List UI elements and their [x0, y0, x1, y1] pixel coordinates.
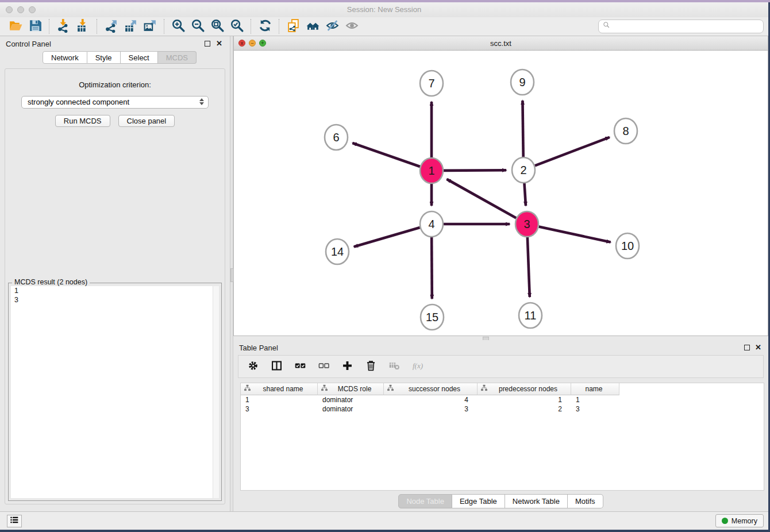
horizontal-splitter[interactable] [233, 336, 768, 340]
create-column-button[interactable] [341, 360, 353, 373]
table-toolbar: f(x) [238, 355, 764, 378]
mcds-result-line: 3 [11, 295, 219, 304]
table-row[interactable]: 3dominator323 [241, 404, 764, 414]
tab-edge-table[interactable]: Edge Table [452, 494, 505, 508]
select-all-rows-icon [294, 360, 306, 374]
graph-edge-3-11[interactable] [528, 237, 530, 297]
tab-style[interactable]: Style [87, 51, 121, 64]
first-neighbors-button[interactable] [303, 18, 322, 34]
maximize-window-icon[interactable] [29, 6, 36, 13]
graph-node-15[interactable]: 15 [421, 304, 444, 330]
tab-node-table[interactable]: Node Table [398, 494, 452, 508]
mcds-result-line: 1 [11, 286, 219, 295]
graph-node-10[interactable]: 10 [616, 233, 639, 259]
zoom-fit-button[interactable] [207, 18, 227, 34]
close-panel-icon[interactable]: ✕ [216, 39, 222, 48]
graph-edge-3-10[interactable] [539, 226, 611, 242]
graph-node-7[interactable]: 7 [420, 71, 443, 96]
table-cell[interactable]: 1 [571, 395, 619, 404]
close-window-icon[interactable] [6, 6, 13, 13]
new-network-from-selection-button[interactable] [283, 18, 303, 34]
graph-edge-2-9[interactable] [522, 101, 523, 157]
float-table-panel-icon[interactable] [744, 345, 750, 350]
show-columns-button[interactable] [270, 360, 283, 373]
table-cell[interactable]: 3 [571, 404, 619, 414]
graph-node-6[interactable]: 6 [325, 125, 348, 150]
table-cell[interactable]: 4 [384, 395, 478, 404]
zoom-selected-button[interactable] [227, 18, 247, 34]
close-table-panel-icon[interactable]: ✕ [755, 343, 761, 352]
zoom-view-icon[interactable]: + [259, 40, 266, 47]
apply-layout-button[interactable] [255, 18, 275, 34]
open-session-button[interactable] [6, 18, 25, 34]
table-options-button[interactable] [247, 360, 259, 373]
tab-network[interactable]: Network [43, 51, 87, 64]
graph-node-4[interactable]: 4 [420, 211, 443, 237]
network-graph[interactable]: 7968124314101511 [234, 51, 768, 336]
column-header-successor-nodes[interactable]: successor nodes [384, 383, 478, 395]
import-table-button[interactable] [73, 18, 93, 34]
close-view-icon[interactable]: x [238, 40, 245, 47]
tab-network-table[interactable]: Network Table [505, 494, 568, 508]
graph-edge-2-3[interactable] [524, 183, 525, 206]
minimize-view-icon[interactable]: – [249, 40, 256, 47]
table-cell[interactable]: 2 [478, 404, 571, 414]
graph-edge-1-2[interactable] [444, 170, 506, 171]
tab-select[interactable]: Select [121, 51, 158, 64]
float-panel-icon[interactable] [205, 41, 210, 47]
column-header-predecessor-nodes[interactable]: predecessor nodes [478, 383, 571, 395]
memory-button[interactable]: Memory [715, 514, 764, 527]
select-all-rows-button[interactable] [294, 360, 306, 373]
save-session-button[interactable] [25, 18, 45, 34]
zoom-in-button[interactable] [168, 18, 188, 34]
tab-motifs[interactable]: Motifs [568, 494, 603, 508]
export-table-button[interactable] [121, 18, 140, 34]
graph-node-2[interactable]: 2 [512, 157, 535, 183]
result-scrollbar[interactable] [213, 286, 219, 498]
table-cell[interactable]: dominator [318, 395, 384, 404]
zoom-out-button[interactable] [188, 18, 207, 34]
graph-edge-1-6[interactable] [353, 143, 420, 167]
graph-node-9[interactable]: 9 [511, 70, 534, 95]
column-header-name[interactable]: name [571, 383, 619, 395]
export-network-button[interactable] [101, 18, 121, 34]
graph-edge-4-14[interactable] [354, 228, 420, 247]
graph-edge-4-15[interactable] [432, 237, 432, 299]
close-panel-button[interactable]: Close panel [118, 115, 175, 127]
optimization-criterion-select[interactable]: strongly connected component [21, 96, 209, 109]
table-cell[interactable]: dominator [318, 404, 384, 414]
zoom-out-icon [191, 18, 205, 35]
table-cell[interactable]: 1 [478, 395, 571, 404]
graph-node-11[interactable]: 11 [519, 303, 542, 328]
mcds-result-textarea[interactable]: 13 [11, 286, 219, 498]
tab-mcds[interactable]: MCDS [158, 51, 197, 64]
delete-columns-button[interactable] [364, 360, 377, 373]
show-columns-icon [271, 360, 283, 374]
search-box[interactable] [598, 20, 764, 33]
minimize-window-icon[interactable] [17, 6, 24, 13]
task-history-button[interactable] [7, 515, 22, 527]
graph-edge-3-1[interactable] [447, 179, 517, 218]
hide-selected-icon [325, 18, 340, 35]
graph-node-14[interactable]: 14 [326, 239, 349, 264]
memory-status-icon [722, 518, 728, 524]
delete-table-button [388, 360, 401, 373]
table-cell[interactable]: 3 [241, 404, 318, 414]
search-input[interactable] [611, 21, 763, 32]
run-mcds-button[interactable]: Run MCDS [55, 115, 110, 127]
table-cell[interactable]: 1 [241, 395, 318, 404]
deselect-all-rows-button[interactable] [317, 360, 330, 373]
export-image-button[interactable] [140, 18, 160, 34]
graph-node-8[interactable]: 8 [614, 118, 637, 144]
import-network-button[interactable] [53, 18, 73, 34]
column-header-shared-name[interactable]: shared name [241, 383, 318, 395]
table-row[interactable]: 1dominator411 [241, 395, 764, 404]
table-panel-title: Table Panel [233, 340, 768, 352]
network-canvas[interactable]: 7968124314101511 [234, 51, 768, 336]
graph-node-3[interactable]: 3 [515, 211, 538, 237]
column-header-MCDS-role[interactable]: MCDS role [318, 383, 384, 395]
graph-edge-2-8[interactable] [535, 137, 610, 166]
graph-node-1[interactable]: 1 [420, 158, 443, 183]
hide-selected-button[interactable] [322, 18, 342, 34]
table-cell[interactable]: 3 [384, 404, 478, 414]
